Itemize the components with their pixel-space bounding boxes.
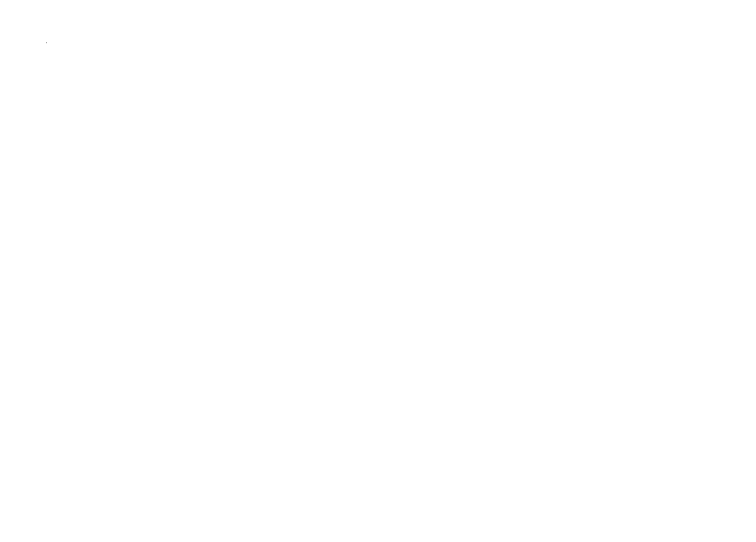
- closest-approach-table: [46, 43, 47, 43]
- jtwc-forecast-map: [352, 45, 669, 237]
- typhoon-report-page: { "header": { "storm_note": "台風21\n号、27w…: [0, 0, 756, 542]
